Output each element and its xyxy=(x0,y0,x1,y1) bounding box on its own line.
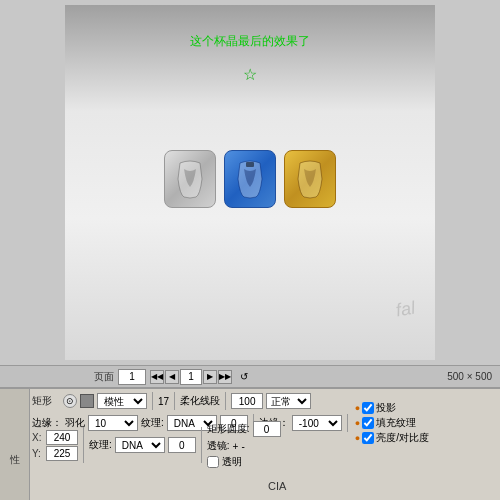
canvas-star-icon: ☆ xyxy=(243,65,257,84)
edge2-dropdown[interactable]: -100 xyxy=(292,415,342,431)
watermark: fal xyxy=(394,298,416,322)
y-input[interactable] xyxy=(46,446,78,461)
zoom-row: 透镜: + - xyxy=(207,439,281,453)
nav-first-btn[interactable]: ◀◀ xyxy=(150,370,164,384)
y-row: Y: xyxy=(32,446,78,461)
zoom-plus[interactable]: + xyxy=(233,441,239,452)
props-row-3: X: Y: 纹理: DNA 矩形圆度: xyxy=(32,435,500,455)
x-label: X: xyxy=(32,432,44,443)
edge-label: 边缘： xyxy=(32,416,62,430)
tooth-silver[interactable] xyxy=(164,150,216,208)
nav-prev-btn[interactable]: ◀ xyxy=(165,370,179,384)
nav-last-btn[interactable]: ▶▶ xyxy=(218,370,232,384)
page-label: 页面 xyxy=(94,370,114,384)
divider-3 xyxy=(225,392,226,410)
tooth-blue-shape xyxy=(236,159,264,199)
texture-val-2[interactable] xyxy=(168,437,196,453)
canvas-text: 这个杯晶最后的效果了 xyxy=(190,33,310,50)
y-label: Y: xyxy=(32,448,44,459)
tooth-gold-shape xyxy=(296,159,324,199)
canvas-area: 这个杯晶最后的效果了 ☆ xyxy=(0,0,500,365)
shadow-checkbox[interactable] xyxy=(362,402,374,414)
mode-dropdown-1[interactable]: 模性 xyxy=(97,393,147,409)
texture-label-1: 纹理: xyxy=(141,416,164,430)
nav-buttons: ◀◀ ◀ ▶ ▶▶ xyxy=(150,369,232,385)
bottom-right-section: 矩形圆度: 透镜: + - 透明 xyxy=(207,421,281,469)
page-input[interactable] xyxy=(118,369,146,385)
svg-rect-0 xyxy=(246,162,254,167)
properties-title: 性 xyxy=(0,389,30,500)
transparent-checkbox[interactable] xyxy=(207,456,219,468)
nav-next-btn[interactable]: ▶ xyxy=(203,370,217,384)
smooth-label: 柔化线段 xyxy=(180,394,220,408)
divider-1 xyxy=(152,392,153,410)
texture-fill-label: 填充纹理 xyxy=(376,416,416,430)
zoom-minus[interactable]: - xyxy=(241,441,244,452)
texture-dropdown-2[interactable]: DNA xyxy=(115,437,165,453)
x-row: X: xyxy=(32,430,78,445)
color-swatch[interactable] xyxy=(80,394,94,408)
shadow-label: 投影 xyxy=(376,401,396,415)
canvas-size: 500 × 500 xyxy=(447,371,492,382)
rect-round-label: 矩形圆度: xyxy=(207,422,250,436)
cia-label: CIA xyxy=(268,480,286,492)
properties-content: 矩形 ⊙ 模性 17 柔化线段 正常 边缘： 羽化 10 纹理: xyxy=(32,391,500,500)
bottom-toolbar: 页面 ◀◀ ◀ ▶ ▶▶ ↺ 500 × 500 xyxy=(0,365,500,387)
xy-section: X: Y: xyxy=(32,430,78,461)
feather-label: 羽化 xyxy=(65,416,85,430)
divider-7 xyxy=(201,427,202,463)
texture-checkbox[interactable] xyxy=(362,417,374,429)
zoom-label: 透镜: xyxy=(207,439,230,453)
opacity-input[interactable] xyxy=(231,393,263,409)
canvas-inner: 这个杯晶最后的效果了 ☆ xyxy=(65,5,435,360)
num-17: 17 xyxy=(158,396,169,407)
rect-round-input[interactable] xyxy=(253,421,281,437)
transparent-label: 透明 xyxy=(222,455,242,469)
blend-mode-dropdown[interactable]: 正常 xyxy=(266,393,311,409)
rect-round-row: 矩形圆度: xyxy=(207,421,281,437)
page-num-input[interactable] xyxy=(180,369,202,385)
tooth-icons-row xyxy=(164,150,336,208)
texture2-label: 纹理: xyxy=(89,438,112,452)
transparent-row: 透明 xyxy=(207,455,281,469)
divider-2 xyxy=(174,392,175,410)
check-shadow: ● 投影 xyxy=(355,401,429,415)
properties-panel: 性 矩形 ⊙ 模性 17 柔化线段 正常 边缘： 羽化 10 xyxy=(0,387,500,500)
divider-5 xyxy=(347,414,348,432)
divider-6 xyxy=(83,427,84,463)
feather-dropdown[interactable]: 10 xyxy=(88,415,138,431)
tooth-blue[interactable] xyxy=(224,150,276,208)
refresh-btn[interactable]: ↺ xyxy=(240,371,248,382)
props-row-1: 矩形 ⊙ 模性 17 柔化线段 正常 xyxy=(32,391,500,411)
tooth-silver-shape xyxy=(176,159,204,199)
check-texture: ● 填充纹理 xyxy=(355,416,429,430)
refresh-circle-icon[interactable]: ⊙ xyxy=(63,394,77,408)
x-input[interactable] xyxy=(46,430,78,445)
tooth-gold[interactable] xyxy=(284,150,336,208)
shape-label: 矩形 xyxy=(32,394,60,408)
